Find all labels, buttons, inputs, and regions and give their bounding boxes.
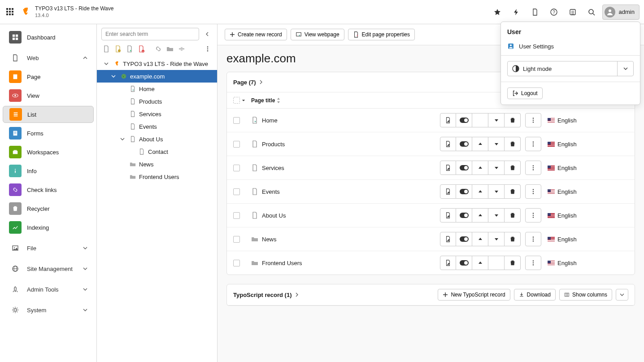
module-info[interactable]: Info — [3, 162, 94, 179]
caret-down-icon[interactable] — [242, 99, 245, 102]
move-down-button[interactable] — [488, 232, 505, 246]
chevron-down-icon[interactable] — [120, 137, 126, 141]
module-view[interactable]: View — [3, 87, 94, 104]
edit-button[interactable] — [440, 232, 456, 246]
toggle-visibility-button[interactable] — [456, 113, 472, 127]
help-icon[interactable]: ? — [546, 4, 562, 20]
module-list[interactable]: List — [3, 106, 94, 123]
sort-icon[interactable] — [277, 98, 280, 103]
debug-icon[interactable] — [565, 4, 581, 20]
bookmark-icon[interactable] — [489, 4, 505, 20]
chevron-down-icon[interactable] — [111, 74, 117, 79]
tree-more-icon[interactable] — [203, 44, 213, 54]
color-mode-select[interactable]: Light mode — [507, 61, 634, 76]
tree-node[interactable]: Contact — [97, 145, 217, 158]
module-page[interactable]: Page — [3, 68, 94, 85]
delete-button[interactable] — [505, 184, 521, 199]
delete-button[interactable] — [505, 161, 521, 175]
tree-node[interactable]: About Us — [97, 133, 217, 145]
toggle-visibility-button[interactable] — [456, 232, 472, 246]
module-dashboard[interactable]: Dashboard — [3, 29, 94, 46]
row-checkbox[interactable] — [233, 212, 240, 219]
chevron-right-icon[interactable] — [259, 80, 263, 84]
tree-node[interactable]: Events — [97, 120, 217, 133]
row-checkbox[interactable] — [233, 188, 240, 195]
apps-grid-icon[interactable] — [4, 6, 15, 17]
view-webpage-button[interactable]: View webpage — [291, 29, 344, 40]
toggle-visibility-button[interactable] — [456, 184, 472, 199]
move-up-button[interactable] — [472, 184, 488, 199]
move-down-button[interactable] — [488, 208, 505, 222]
chevron-down-icon[interactable] — [104, 61, 110, 66]
divider-icon[interactable] — [177, 44, 187, 54]
search-icon[interactable] — [583, 4, 600, 20]
tree-node[interactable]: Frontend Users — [97, 170, 217, 183]
module-recycler[interactable]: Recycler — [3, 200, 94, 217]
edit-button[interactable] — [440, 208, 456, 222]
edit-button[interactable] — [440, 113, 456, 127]
collapse-panel-button[interactable] — [616, 289, 628, 301]
show-columns-button[interactable]: Show columns — [559, 289, 612, 301]
tree-root[interactable]: TYPO3 v13 LTS - Ride the Wave — [97, 57, 217, 70]
edit-button[interactable] — [440, 161, 456, 175]
toggle-visibility-button[interactable] — [456, 161, 472, 175]
new-page-icon[interactable] — [101, 44, 111, 54]
logout-button[interactable]: Logout — [507, 87, 543, 99]
edit-button[interactable] — [440, 256, 456, 270]
more-actions-button[interactable] — [525, 184, 541, 199]
module-section-file[interactable]: File — [3, 240, 94, 257]
row-checkbox[interactable] — [233, 236, 240, 243]
move-down-button[interactable] — [488, 137, 505, 151]
chevron-right-icon[interactable] — [295, 292, 299, 297]
row-checkbox[interactable] — [233, 117, 240, 124]
move-up-button[interactable] — [472, 208, 488, 222]
move-up-button[interactable] — [472, 256, 488, 270]
move-up-button[interactable] — [472, 137, 488, 151]
new-page-shortcut-icon[interactable] — [125, 44, 135, 54]
tree-node[interactable]: News — [97, 158, 217, 170]
col-page-title[interactable]: Page title — [251, 97, 275, 104]
link-icon[interactable] — [153, 44, 163, 54]
toggle-visibility-button[interactable] — [456, 256, 472, 270]
folder-icon[interactable] — [165, 44, 175, 54]
row-checkbox[interactable] — [233, 165, 240, 171]
toggle-visibility-button[interactable] — [456, 208, 472, 222]
edit-button[interactable] — [440, 184, 456, 199]
more-actions-button[interactable] — [525, 208, 541, 222]
user-menu-button[interactable]: admin — [602, 4, 640, 20]
row-title[interactable]: Services — [262, 165, 284, 171]
new-page-hide-icon[interactable] — [113, 44, 123, 54]
more-actions-button[interactable] — [525, 113, 541, 127]
module-section-web[interactable]: Web — [3, 49, 94, 66]
move-up-button[interactable] — [472, 161, 488, 175]
new-page-mount-icon[interactable]: + — [136, 44, 146, 54]
row-title[interactable]: About Us — [262, 212, 286, 219]
module-workspaces[interactable]: Workspaces — [3, 144, 94, 161]
select-all-checkbox[interactable] — [233, 97, 240, 104]
document-icon[interactable] — [527, 4, 543, 20]
row-title[interactable]: Home — [262, 117, 278, 124]
module-section-admin[interactable]: Admin Tools — [3, 281, 94, 298]
move-up-button[interactable] — [472, 232, 488, 246]
delete-button[interactable] — [505, 137, 521, 151]
move-down-button[interactable] — [488, 184, 505, 199]
tree-node[interactable]: example.com — [97, 70, 217, 83]
user-settings-link[interactable]: User Settings — [501, 40, 640, 55]
row-title[interactable]: Events — [262, 188, 280, 195]
row-title[interactable]: Products — [262, 141, 285, 148]
new-typoscript-button[interactable]: New TypoScript record — [438, 289, 510, 301]
module-forms[interactable]: Forms — [3, 125, 94, 142]
module-check-links[interactable]: Check links — [3, 181, 94, 198]
edit-page-button[interactable]: Edit page properties — [348, 29, 415, 40]
tree-node[interactable]: Home — [97, 83, 217, 95]
more-actions-button[interactable] — [525, 256, 541, 270]
module-section-site[interactable]: Site Management — [3, 260, 94, 277]
tree-search-input[interactable] — [101, 28, 199, 40]
row-title[interactable]: Frontend Users — [262, 260, 302, 266]
row-title[interactable]: News — [262, 236, 277, 243]
row-checkbox[interactable] — [233, 141, 240, 148]
delete-button[interactable] — [505, 113, 521, 127]
edit-button[interactable] — [440, 137, 456, 151]
color-mode-dropdown[interactable] — [617, 61, 633, 76]
more-actions-button[interactable] — [525, 232, 541, 246]
